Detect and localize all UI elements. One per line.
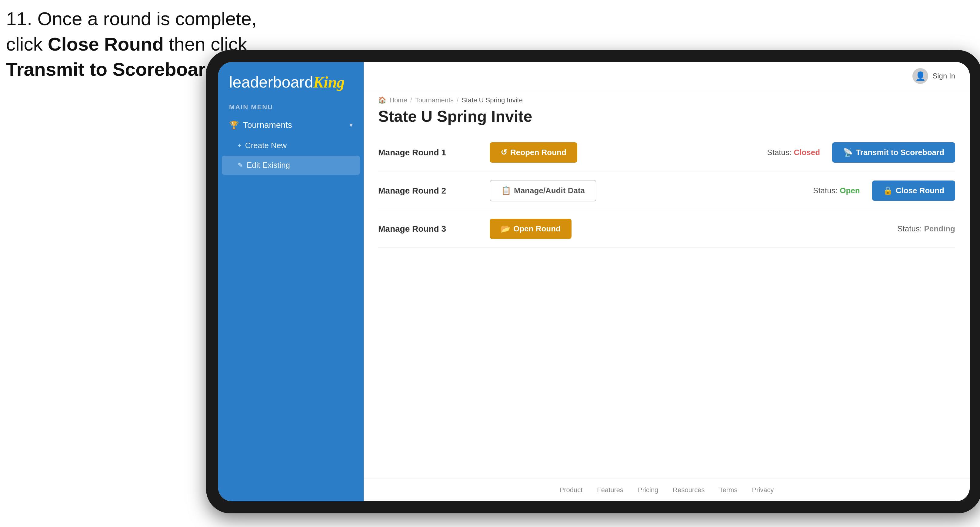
transmit-to-scoreboard-button[interactable]: 📡 Transmit to Scoreboard — [832, 142, 955, 163]
tablet-screen: leaderboardKing MAIN MENU 🏆 Tournaments … — [218, 62, 970, 501]
close-round-button[interactable]: 🔒 Close Round — [872, 181, 955, 201]
sidebar-create-new[interactable]: + Create New — [218, 136, 364, 155]
main-content: 👤 Sign In 🏠 Home / Tournaments / State U… — [364, 62, 970, 501]
round-2-row: Manage Round 2 📋 Manage/Audit Data Statu… — [378, 171, 955, 210]
round-2-right: Status: Open 🔒 Close Round — [813, 181, 955, 201]
logo-king: King — [313, 74, 345, 91]
transmit-scoreboard-label: Transmit to Scoreboard — [856, 148, 944, 157]
manage-audit-data-button[interactable]: 📋 Manage/Audit Data — [490, 180, 597, 202]
breadcrumb-home-icon: 🏠 — [378, 96, 387, 104]
breadcrumb-sep2: / — [457, 96, 458, 104]
reopen-round-button[interactable]: ↺ Reopen Round — [490, 142, 577, 163]
round-1-status-value: Closed — [794, 148, 820, 157]
round-2-left: Manage Round 2 📋 Manage/Audit Data — [378, 180, 597, 202]
sign-in-area[interactable]: 👤 Sign In — [912, 68, 955, 84]
edit-existing-label: Edit Existing — [247, 160, 290, 170]
round-3-row: Manage Round 3 📂 Open Round Status: Pend… — [378, 210, 955, 248]
footer-pricing[interactable]: Pricing — [638, 486, 658, 494]
open-round-button[interactable]: 📂 Open Round — [490, 219, 571, 239]
logo-leaderboard: leaderboard — [229, 73, 313, 91]
sidebar-edit-existing[interactable]: ✎ Edit Existing — [222, 156, 360, 175]
close-icon: 🔒 — [883, 186, 893, 195]
footer-terms[interactable]: Terms — [719, 486, 738, 494]
round-2-status-value: Open — [840, 186, 860, 195]
sign-in-label: Sign In — [932, 72, 955, 80]
breadcrumb-tournaments[interactable]: Tournaments — [415, 96, 453, 104]
edit-icon: ✎ — [237, 162, 243, 169]
reopen-icon: ↺ — [501, 148, 507, 157]
page-title: State U Spring Invite — [364, 104, 970, 134]
rounds-content: Manage Round 1 ↺ Reopen Round Status: Cl… — [364, 134, 970, 479]
round-1-left: Manage Round 1 ↺ Reopen Round — [378, 142, 577, 163]
chevron-down-icon: ▾ — [349, 121, 353, 129]
footer-features[interactable]: Features — [597, 486, 623, 494]
app-logo: leaderboardKing — [229, 73, 353, 91]
round-1-row: Manage Round 1 ↺ Reopen Round Status: Cl… — [378, 134, 955, 171]
sidebar-tournaments-label: Tournaments — [243, 120, 292, 130]
create-new-label: Create New — [245, 141, 287, 150]
open-round-label: Open Round — [513, 224, 561, 233]
close-round-label: Close Round — [896, 186, 944, 195]
breadcrumb-current: State U Spring Invite — [461, 96, 523, 104]
tablet-device: leaderboardKing MAIN MENU 🏆 Tournaments … — [206, 50, 980, 513]
avatar: 👤 — [912, 68, 928, 84]
breadcrumb-sep1: / — [410, 96, 412, 104]
footer-resources[interactable]: Resources — [673, 486, 705, 494]
sidebar-item-tournaments[interactable]: 🏆 Tournaments ▾ — [218, 114, 364, 136]
round-3-status: Status: Pending — [897, 224, 955, 233]
footer: Product Features Pricing Resources Terms… — [364, 479, 970, 501]
top-nav: 👤 Sign In — [364, 62, 970, 90]
round-1-status: Status: Closed — [767, 148, 820, 157]
sidebar-menu-label: MAIN MENU — [218, 98, 364, 114]
instruction-line1: 11. Once a round is complete, — [6, 6, 257, 32]
round-3-label: Manage Round 3 — [378, 224, 481, 234]
round-2-label: Manage Round 2 — [378, 186, 481, 196]
reopen-round-label: Reopen Round — [510, 148, 566, 157]
breadcrumb-home[interactable]: Home — [390, 96, 407, 104]
app-layout: leaderboardKing MAIN MENU 🏆 Tournaments … — [218, 62, 970, 501]
manage-audit-label: Manage/Audit Data — [514, 186, 585, 195]
round-3-left: Manage Round 3 📂 Open Round — [378, 219, 571, 239]
trophy-icon: 🏆 — [229, 121, 239, 130]
round-3-status-value: Pending — [924, 224, 955, 233]
audit-icon: 📋 — [501, 186, 511, 195]
round-1-label: Manage Round 1 — [378, 148, 481, 157]
plus-icon: + — [237, 142, 242, 149]
breadcrumb: 🏠 Home / Tournaments / State U Spring In… — [364, 90, 970, 104]
transmit-icon: 📡 — [843, 148, 853, 157]
round-1-right: Status: Closed 📡 Transmit to Scoreboard — [767, 142, 955, 163]
logo-area: leaderboardKing — [218, 62, 364, 98]
footer-product[interactable]: Product — [559, 486, 582, 494]
footer-privacy[interactable]: Privacy — [752, 486, 774, 494]
round-3-right: Status: Pending — [897, 224, 955, 233]
open-icon: 📂 — [501, 224, 510, 233]
sidebar: leaderboardKing MAIN MENU 🏆 Tournaments … — [218, 62, 364, 501]
round-2-status: Status: Open — [813, 186, 860, 195]
